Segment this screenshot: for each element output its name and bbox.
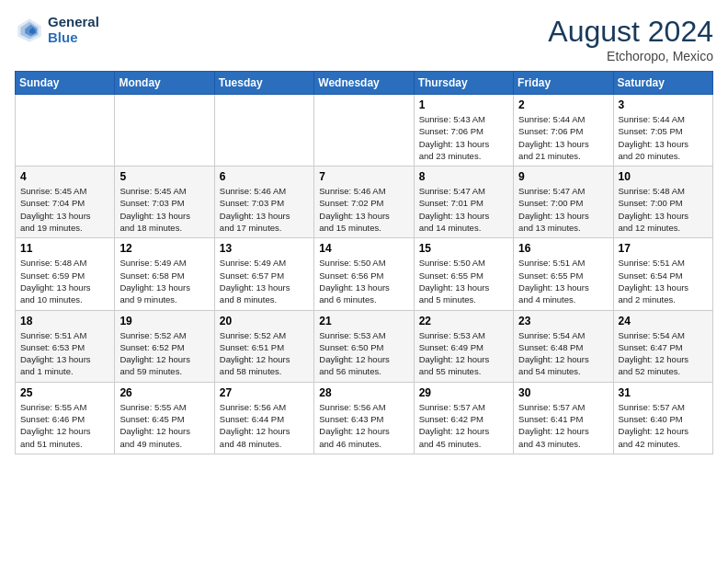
day-number: 23 bbox=[518, 315, 608, 327]
day-info: Sunrise: 5:44 AM Sunset: 7:05 PM Dayligh… bbox=[619, 113, 708, 162]
calendar-cell: 9Sunrise: 5:47 AM Sunset: 7:00 PM Daylig… bbox=[514, 167, 613, 238]
logo-icon bbox=[15, 16, 44, 45]
day-info: Sunrise: 5:52 AM Sunset: 6:51 PM Dayligh… bbox=[220, 329, 309, 378]
day-info: Sunrise: 5:49 AM Sunset: 6:57 PM Dayligh… bbox=[220, 257, 309, 305]
day-info: Sunrise: 5:45 AM Sunset: 7:03 PM Dayligh… bbox=[119, 185, 209, 234]
day-number: 6 bbox=[220, 170, 309, 183]
day-number: 20 bbox=[220, 315, 309, 327]
calendar-cell: 29Sunrise: 5:57 AM Sunset: 6:42 PM Dayli… bbox=[414, 382, 513, 454]
header: General Blue August 2024 Etchoropo, Mexi… bbox=[15, 15, 713, 63]
day-info: Sunrise: 5:53 AM Sunset: 6:49 PM Dayligh… bbox=[419, 329, 508, 378]
day-number: 21 bbox=[319, 315, 408, 327]
calendar-body: 1Sunrise: 5:43 AM Sunset: 7:06 PM Daylig… bbox=[16, 95, 713, 454]
calendar-cell: 19Sunrise: 5:52 AM Sunset: 6:52 PM Dayli… bbox=[115, 310, 214, 382]
logo-blue: Blue bbox=[48, 30, 99, 46]
calendar-cell: 10Sunrise: 5:48 AM Sunset: 7:00 PM Dayli… bbox=[613, 167, 712, 238]
day-info: Sunrise: 5:51 AM Sunset: 6:55 PM Dayligh… bbox=[518, 257, 608, 305]
calendar-cell: 14Sunrise: 5:50 AM Sunset: 6:56 PM Dayli… bbox=[314, 238, 414, 310]
day-info: Sunrise: 5:45 AM Sunset: 7:04 PM Dayligh… bbox=[20, 185, 109, 234]
calendar-cell: 15Sunrise: 5:50 AM Sunset: 6:55 PM Dayli… bbox=[414, 238, 513, 310]
calendar-cell: 12Sunrise: 5:49 AM Sunset: 6:58 PM Dayli… bbox=[115, 238, 214, 310]
day-info: Sunrise: 5:51 AM Sunset: 6:53 PM Dayligh… bbox=[20, 329, 109, 378]
day-info: Sunrise: 5:44 AM Sunset: 7:06 PM Dayligh… bbox=[518, 113, 608, 162]
day-number: 26 bbox=[119, 386, 209, 399]
calendar-cell: 17Sunrise: 5:51 AM Sunset: 6:54 PM Dayli… bbox=[613, 238, 712, 310]
day-number: 16 bbox=[518, 242, 608, 255]
day-number: 22 bbox=[419, 315, 508, 327]
calendar-cell: 2Sunrise: 5:44 AM Sunset: 7:06 PM Daylig… bbox=[514, 95, 613, 167]
calendar-cell: 6Sunrise: 5:46 AM Sunset: 7:03 PM Daylig… bbox=[214, 167, 313, 238]
calendar-cell: 16Sunrise: 5:51 AM Sunset: 6:55 PM Dayli… bbox=[514, 238, 613, 310]
day-info: Sunrise: 5:53 AM Sunset: 6:50 PM Dayligh… bbox=[319, 329, 408, 378]
day-info: Sunrise: 5:51 AM Sunset: 6:54 PM Dayligh… bbox=[619, 257, 708, 305]
day-info: Sunrise: 5:43 AM Sunset: 7:06 PM Dayligh… bbox=[419, 113, 508, 162]
day-info: Sunrise: 5:57 AM Sunset: 6:41 PM Dayligh… bbox=[518, 401, 608, 450]
day-number: 3 bbox=[619, 98, 708, 111]
header-tuesday: Tuesday bbox=[214, 72, 313, 95]
location-subtitle: Etchoropo, Mexico bbox=[548, 49, 713, 63]
day-number: 15 bbox=[419, 242, 508, 255]
calendar-cell: 27Sunrise: 5:56 AM Sunset: 6:44 PM Dayli… bbox=[214, 382, 313, 454]
calendar-cell: 25Sunrise: 5:55 AM Sunset: 6:46 PM Dayli… bbox=[16, 382, 115, 454]
day-number: 18 bbox=[20, 315, 109, 327]
calendar-cell: 31Sunrise: 5:57 AM Sunset: 6:40 PM Dayli… bbox=[613, 382, 712, 454]
day-number: 2 bbox=[518, 98, 608, 111]
day-info: Sunrise: 5:48 AM Sunset: 6:59 PM Dayligh… bbox=[20, 257, 109, 305]
day-info: Sunrise: 5:55 AM Sunset: 6:46 PM Dayligh… bbox=[20, 401, 109, 450]
day-info: Sunrise: 5:48 AM Sunset: 7:00 PM Dayligh… bbox=[619, 185, 708, 234]
day-info: Sunrise: 5:54 AM Sunset: 6:47 PM Dayligh… bbox=[619, 329, 708, 378]
calendar-cell: 5Sunrise: 5:45 AM Sunset: 7:03 PM Daylig… bbox=[115, 167, 214, 238]
day-info: Sunrise: 5:50 AM Sunset: 6:55 PM Dayligh… bbox=[419, 257, 508, 305]
day-info: Sunrise: 5:55 AM Sunset: 6:45 PM Dayligh… bbox=[119, 401, 209, 450]
day-info: Sunrise: 5:46 AM Sunset: 7:03 PM Dayligh… bbox=[220, 185, 309, 234]
day-number: 12 bbox=[119, 242, 209, 255]
day-number: 17 bbox=[619, 242, 708, 255]
week-row-2: 4Sunrise: 5:45 AM Sunset: 7:04 PM Daylig… bbox=[16, 167, 713, 238]
week-row-5: 25Sunrise: 5:55 AM Sunset: 6:46 PM Dayli… bbox=[16, 382, 713, 454]
calendar-cell: 8Sunrise: 5:47 AM Sunset: 7:01 PM Daylig… bbox=[414, 167, 513, 238]
day-number: 10 bbox=[619, 170, 708, 183]
calendar-cell: 1Sunrise: 5:43 AM Sunset: 7:06 PM Daylig… bbox=[414, 95, 513, 167]
day-number: 31 bbox=[619, 386, 708, 399]
logo-general: General bbox=[48, 15, 99, 30]
day-number: 9 bbox=[518, 170, 608, 183]
calendar-cell: 26Sunrise: 5:55 AM Sunset: 6:45 PM Dayli… bbox=[115, 382, 214, 454]
day-info: Sunrise: 5:47 AM Sunset: 7:00 PM Dayligh… bbox=[518, 185, 608, 234]
header-friday: Friday bbox=[514, 72, 613, 95]
day-number: 30 bbox=[518, 386, 608, 399]
header-monday: Monday bbox=[115, 72, 214, 95]
day-info: Sunrise: 5:54 AM Sunset: 6:48 PM Dayligh… bbox=[518, 329, 608, 378]
calendar-cell bbox=[115, 95, 214, 167]
header-saturday: Saturday bbox=[613, 72, 712, 95]
day-info: Sunrise: 5:52 AM Sunset: 6:52 PM Dayligh… bbox=[119, 329, 209, 378]
calendar-cell bbox=[314, 95, 414, 167]
day-number: 13 bbox=[220, 242, 309, 255]
day-number: 19 bbox=[119, 315, 209, 327]
month-year-title: August 2024 bbox=[548, 15, 713, 49]
day-number: 24 bbox=[619, 315, 708, 327]
calendar-cell: 21Sunrise: 5:53 AM Sunset: 6:50 PM Dayli… bbox=[314, 310, 414, 382]
week-row-1: 1Sunrise: 5:43 AM Sunset: 7:06 PM Daylig… bbox=[16, 95, 713, 167]
calendar-cell: 22Sunrise: 5:53 AM Sunset: 6:49 PM Dayli… bbox=[414, 310, 513, 382]
calendar-table: SundayMondayTuesdayWednesdayThursdayFrid… bbox=[15, 71, 713, 454]
day-number: 11 bbox=[20, 242, 109, 255]
logo: General Blue bbox=[15, 15, 99, 45]
day-number: 8 bbox=[419, 170, 508, 183]
calendar-cell: 23Sunrise: 5:54 AM Sunset: 6:48 PM Dayli… bbox=[514, 310, 613, 382]
calendar-cell bbox=[16, 95, 115, 167]
header-row: SundayMondayTuesdayWednesdayThursdayFrid… bbox=[16, 72, 713, 95]
day-number: 28 bbox=[319, 386, 408, 399]
calendar-cell: 18Sunrise: 5:51 AM Sunset: 6:53 PM Dayli… bbox=[16, 310, 115, 382]
calendar-cell bbox=[214, 95, 313, 167]
calendar-cell: 24Sunrise: 5:54 AM Sunset: 6:47 PM Dayli… bbox=[613, 310, 712, 382]
header-sunday: Sunday bbox=[16, 72, 115, 95]
calendar-cell: 20Sunrise: 5:52 AM Sunset: 6:51 PM Dayli… bbox=[214, 310, 313, 382]
calendar-cell: 28Sunrise: 5:56 AM Sunset: 6:43 PM Dayli… bbox=[314, 382, 414, 454]
calendar-cell: 3Sunrise: 5:44 AM Sunset: 7:05 PM Daylig… bbox=[613, 95, 712, 167]
calendar-cell: 4Sunrise: 5:45 AM Sunset: 7:04 PM Daylig… bbox=[16, 167, 115, 238]
week-row-3: 11Sunrise: 5:48 AM Sunset: 6:59 PM Dayli… bbox=[16, 238, 713, 310]
day-number: 4 bbox=[20, 170, 109, 183]
day-info: Sunrise: 5:49 AM Sunset: 6:58 PM Dayligh… bbox=[119, 257, 209, 305]
calendar-header: SundayMondayTuesdayWednesdayThursdayFrid… bbox=[16, 72, 713, 95]
calendar-cell: 7Sunrise: 5:46 AM Sunset: 7:02 PM Daylig… bbox=[314, 167, 414, 238]
